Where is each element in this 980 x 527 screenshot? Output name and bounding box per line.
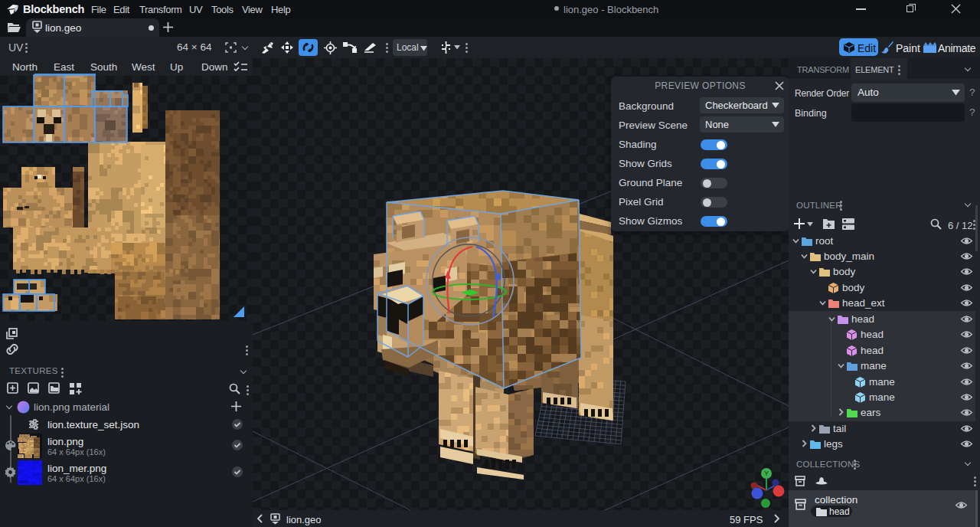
svg-text:Y: Y: [764, 470, 769, 477]
